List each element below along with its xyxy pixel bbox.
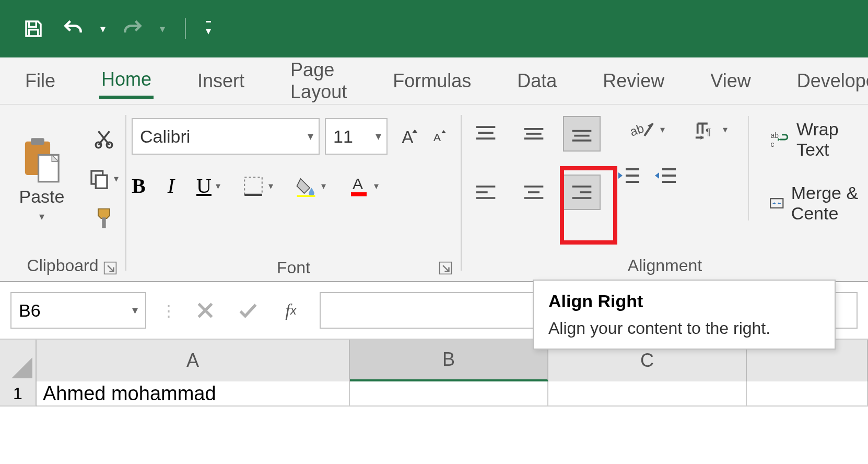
- chevron-down-icon[interactable]: ▾: [660, 124, 665, 135]
- svg-text:A: A: [433, 131, 441, 143]
- row-header-1[interactable]: 1: [0, 381, 37, 407]
- svg-rect-13: [351, 192, 367, 196]
- fx-icon[interactable]: fx: [277, 296, 305, 324]
- italic-button[interactable]: I: [168, 173, 174, 198]
- svg-rect-5: [102, 217, 105, 228]
- svg-text:ab: ab: [630, 121, 646, 139]
- column-header-B[interactable]: B: [350, 340, 548, 381]
- name-box-value: B6: [19, 300, 41, 321]
- cell-D1[interactable]: [747, 381, 868, 407]
- title-bar: ▾ ▾ ▾: [0, 0, 868, 57]
- select-all-corner[interactable]: [0, 340, 37, 381]
- paste-dropdown-icon[interactable]: ▾: [39, 210, 44, 223]
- cell-A1[interactable]: Ahmed mohammad: [37, 381, 350, 407]
- tooltip-align-right: Align Right Align your content to the ri…: [533, 280, 836, 350]
- group-font: Calibri ▾ 11 ▾ A A B I U ▾: [126, 105, 461, 281]
- increase-font-icon[interactable]: A: [400, 126, 421, 147]
- chevron-down-icon[interactable]: ▾: [268, 180, 273, 192]
- tab-insert[interactable]: Insert: [195, 65, 247, 97]
- svg-rect-4: [96, 175, 107, 188]
- paste-label: Paste: [19, 187, 65, 207]
- undo-icon[interactable]: [61, 16, 86, 41]
- svg-text:ab: ab: [771, 132, 779, 140]
- svg-rect-9: [244, 177, 262, 195]
- chevron-down-icon[interactable]: ▾: [723, 124, 728, 135]
- grid-rows: 1 Ahmed mohammad: [0, 381, 868, 407]
- tab-view[interactable]: View: [708, 65, 753, 97]
- cut-icon[interactable]: [93, 127, 115, 152]
- wrap-text-button[interactable]: abc Wrap Text: [770, 119, 863, 160]
- merge-center-button[interactable]: Merge & Cente: [770, 183, 863, 224]
- increase-indent-button[interactable]: [653, 166, 678, 185]
- paste-button[interactable]: Paste ▾: [5, 136, 78, 223]
- font-size-combo[interactable]: 11 ▾: [325, 118, 388, 155]
- font-launcher-icon[interactable]: [439, 261, 452, 275]
- undo-dropdown-icon[interactable]: ▾: [100, 22, 105, 35]
- svg-text:A: A: [353, 175, 363, 192]
- align-bottom-button[interactable]: [563, 116, 601, 152]
- svg-rect-11: [297, 195, 315, 197]
- align-right-button[interactable]: [563, 175, 601, 210]
- tab-page-layout[interactable]: Page Layout: [288, 54, 349, 108]
- orientation-button[interactable]: ab ▾: [616, 119, 678, 140]
- tab-file[interactable]: File: [23, 65, 57, 97]
- font-name-value: Calibri: [140, 126, 190, 147]
- border-button[interactable]: ▾: [242, 175, 273, 197]
- svg-rect-43: [770, 199, 783, 208]
- align-left-button[interactable]: [467, 175, 505, 210]
- align-center-button[interactable]: [515, 175, 553, 210]
- clipboard-launcher-icon[interactable]: [103, 261, 117, 275]
- tab-home[interactable]: Home: [99, 63, 154, 99]
- group-label-alignment: Alignment: [628, 256, 702, 275]
- align-middle-button[interactable]: [515, 116, 553, 152]
- ribbon: Paste ▾ ▾ Clipboard: [0, 105, 868, 282]
- font-color-button[interactable]: A ▾: [348, 175, 379, 197]
- svg-rect-1: [31, 138, 44, 145]
- cancel-icon[interactable]: [191, 296, 219, 324]
- save-icon[interactable]: [21, 16, 46, 41]
- redo-icon: [120, 16, 145, 41]
- fill-color-button[interactable]: ▾: [295, 175, 326, 197]
- tab-data[interactable]: Data: [515, 65, 559, 97]
- chevron-down-icon[interactable]: ▾: [376, 130, 381, 143]
- tooltip-body: Align your content to the right.: [548, 319, 820, 338]
- decrease-indent-button[interactable]: [616, 166, 641, 185]
- group-clipboard: Paste ▾ ▾ Clipboard: [0, 105, 125, 281]
- name-box[interactable]: B6 ▾: [10, 292, 146, 329]
- align-top-button[interactable]: [467, 116, 505, 152]
- decrease-font-icon[interactable]: A: [430, 127, 449, 146]
- format-painter-icon[interactable]: [92, 206, 115, 231]
- ribbon-tabs: File Home Insert Page Layout Formulas Da…: [0, 57, 868, 105]
- svg-text:A: A: [402, 127, 414, 147]
- cell-B1[interactable]: [350, 381, 548, 407]
- svg-text:¶: ¶: [706, 127, 711, 138]
- group-label-clipboard: Clipboard: [27, 256, 99, 275]
- chevron-down-icon[interactable]: ▾: [216, 180, 220, 192]
- chevron-down-icon[interactable]: ▾: [308, 130, 313, 143]
- font-name-combo[interactable]: Calibri ▾: [132, 118, 320, 155]
- text-direction-button[interactable]: ¶ ▾: [694, 119, 728, 140]
- column-header-A[interactable]: A: [37, 340, 350, 381]
- chevron-down-icon[interactable]: ▾: [321, 180, 326, 192]
- tab-formulas[interactable]: Formulas: [391, 65, 473, 97]
- group-label-font: Font: [277, 258, 310, 277]
- tooltip-title: Align Right: [548, 291, 820, 311]
- redo-dropdown-icon: ▾: [160, 22, 165, 35]
- svg-text:c: c: [771, 141, 775, 148]
- chevron-down-icon[interactable]: ▾: [374, 180, 379, 192]
- enter-icon[interactable]: [234, 296, 262, 324]
- copy-icon[interactable]: ▾: [89, 167, 119, 190]
- cell-C1[interactable]: [548, 381, 747, 407]
- qat-customize-icon[interactable]: ▾: [206, 21, 211, 37]
- font-size-value: 11: [333, 126, 353, 147]
- merge-center-label: Merge & Cente: [791, 183, 863, 224]
- underline-button[interactable]: U ▾: [196, 173, 220, 198]
- wrap-text-label: Wrap Text: [796, 119, 863, 160]
- bold-button[interactable]: B: [132, 173, 146, 198]
- group-alignment: ab ▾ ¶ ▾: [462, 105, 868, 281]
- tab-review[interactable]: Review: [601, 65, 666, 97]
- tab-developer[interactable]: Develope: [795, 65, 868, 97]
- chevron-down-icon[interactable]: ▾: [132, 304, 138, 317]
